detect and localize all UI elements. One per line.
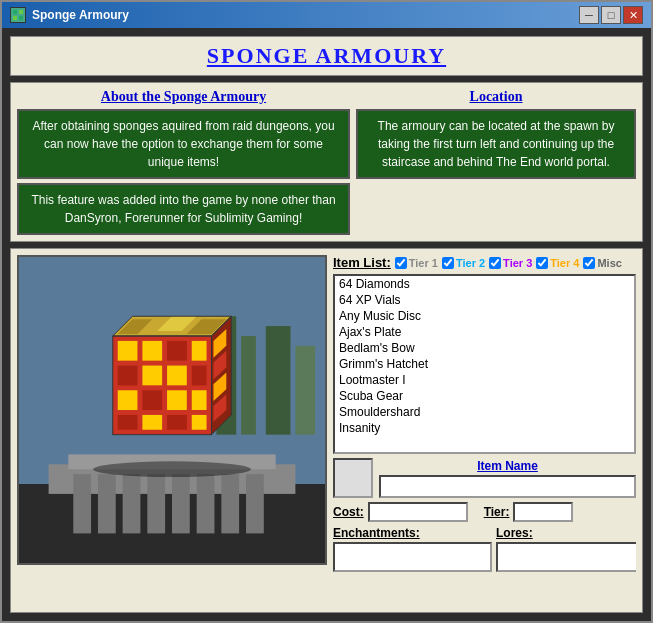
svg-rect-20 <box>246 474 264 533</box>
enchantments-section: Enchantments: <box>333 526 492 572</box>
svg-rect-9 <box>295 346 315 435</box>
main-content: SPONGE ARMOURY About the Sponge Armoury … <box>2 28 651 621</box>
list-item[interactable]: Ajax's Plate <box>335 324 634 340</box>
checkbox-tier2[interactable]: Tier 2 <box>442 257 485 269</box>
location-box: The armoury can be located at the spawn … <box>356 109 636 179</box>
tier-label: Tier: <box>484 505 510 519</box>
minecraft-image <box>17 255 327 565</box>
tier-input[interactable] <box>513 502 573 522</box>
svg-rect-40 <box>167 415 187 430</box>
tier1-label: Tier 1 <box>409 257 438 269</box>
list-item[interactable]: 64 Diamonds <box>335 276 634 292</box>
checkbox-tier3[interactable]: Tier 3 <box>489 257 532 269</box>
item-name-row: Item Name <box>333 458 636 498</box>
item-list-header: Item List: Tier 1 Tier 2 Tier 3 <box>333 255 636 270</box>
svg-rect-8 <box>266 326 291 435</box>
item-name-label: Item Name <box>379 459 636 473</box>
svg-rect-35 <box>142 390 162 410</box>
checkbox-tier1[interactable]: Tier 1 <box>395 257 438 269</box>
enchantments-textarea[interactable] <box>333 542 492 572</box>
misc-label: Misc <box>597 257 621 269</box>
svg-rect-39 <box>142 415 162 430</box>
checkbox-tier4-input[interactable] <box>536 257 548 269</box>
checkbox-misc-input[interactable] <box>583 257 595 269</box>
item-name-input[interactable] <box>379 475 636 498</box>
list-item[interactable]: Smouldershard <box>335 404 634 420</box>
list-item[interactable]: Insanity <box>335 420 634 436</box>
top-section: About the Sponge Armoury After obtaining… <box>10 82 643 242</box>
svg-point-50 <box>93 461 251 477</box>
close-button[interactable]: ✕ <box>623 6 643 24</box>
svg-rect-7 <box>241 336 256 435</box>
tier2-label: Tier 2 <box>456 257 485 269</box>
svg-rect-28 <box>167 341 187 361</box>
about-section: About the Sponge Armoury After obtaining… <box>17 89 350 235</box>
list-item[interactable]: 64 XP Vials <box>335 292 634 308</box>
location-section: Location The armoury can be located at t… <box>356 89 636 235</box>
cost-tier-row: Cost: Tier: <box>333 502 636 522</box>
tier4-label: Tier 4 <box>550 257 579 269</box>
svg-rect-30 <box>118 366 138 386</box>
svg-rect-26 <box>118 341 138 361</box>
lores-textarea[interactable] <box>496 542 636 572</box>
location-title: Location <box>356 89 636 105</box>
app-title: SPONGE ARMOURY <box>10 36 643 76</box>
svg-rect-29 <box>192 341 207 361</box>
window-title: Sponge Armoury <box>32 8 129 22</box>
main-window: Sponge Armoury ─ □ ✕ SPONGE ARMOURY Abou… <box>0 0 653 623</box>
title-bar-buttons: ─ □ ✕ <box>579 6 643 24</box>
svg-rect-2 <box>19 10 23 14</box>
item-listbox[interactable]: 64 Diamonds64 XP VialsAny Music DiscAjax… <box>333 274 636 454</box>
window-icon <box>10 7 26 23</box>
lores-section: Lores: <box>496 526 636 572</box>
list-item[interactable]: Lootmaster I <box>335 372 634 388</box>
minimize-button[interactable]: ─ <box>579 6 599 24</box>
svg-rect-18 <box>197 474 215 533</box>
svg-rect-27 <box>142 341 162 361</box>
checkbox-tier3-input[interactable] <box>489 257 501 269</box>
about-box-1: After obtaining sponges aquired from rai… <box>17 109 350 179</box>
list-item[interactable]: Scuba Gear <box>335 388 634 404</box>
svg-rect-1 <box>13 10 17 14</box>
checkbox-tier2-input[interactable] <box>442 257 454 269</box>
svg-rect-34 <box>118 390 138 410</box>
svg-rect-3 <box>13 16 17 20</box>
title-bar-left: Sponge Armoury <box>10 7 129 23</box>
svg-rect-41 <box>192 415 207 430</box>
svg-rect-17 <box>172 474 190 533</box>
svg-rect-4 <box>19 16 23 20</box>
about-box-2: This feature was added into the game by … <box>17 183 350 235</box>
svg-rect-16 <box>147 474 165 533</box>
title-bar: Sponge Armoury ─ □ ✕ <box>2 2 651 28</box>
svg-rect-14 <box>98 474 116 533</box>
maximize-button[interactable]: □ <box>601 6 621 24</box>
tier3-label: Tier 3 <box>503 257 532 269</box>
svg-rect-32 <box>167 366 187 386</box>
bottom-section: Item List: Tier 1 Tier 2 Tier 3 <box>10 248 643 613</box>
svg-rect-13 <box>73 474 91 533</box>
lores-label: Lores: <box>496 526 636 540</box>
checkbox-misc[interactable]: Misc <box>583 257 621 269</box>
ench-lore-row: Enchantments: Lores: <box>333 526 636 572</box>
svg-rect-33 <box>192 366 207 386</box>
about-title: About the Sponge Armoury <box>17 89 350 105</box>
checkbox-group: Tier 1 Tier 2 Tier 3 Tier 4 <box>395 257 622 269</box>
svg-rect-31 <box>142 366 162 386</box>
cost-input[interactable] <box>368 502 468 522</box>
svg-rect-15 <box>123 474 141 533</box>
svg-rect-36 <box>167 390 187 410</box>
enchantments-label: Enchantments: <box>333 526 492 540</box>
list-item[interactable]: Grimm's Hatchet <box>335 356 634 372</box>
checkbox-tier1-input[interactable] <box>395 257 407 269</box>
right-panel: Item List: Tier 1 Tier 2 Tier 3 <box>333 255 636 606</box>
checkbox-tier4[interactable]: Tier 4 <box>536 257 579 269</box>
cost-label: Cost: <box>333 505 364 519</box>
item-list-label: Item List: <box>333 255 391 270</box>
svg-rect-19 <box>221 474 239 533</box>
item-icon-preview <box>333 458 373 498</box>
list-item[interactable]: Bedlam's Bow <box>335 340 634 356</box>
svg-rect-37 <box>192 390 207 410</box>
list-item[interactable]: Any Music Disc <box>335 308 634 324</box>
svg-rect-38 <box>118 415 138 430</box>
